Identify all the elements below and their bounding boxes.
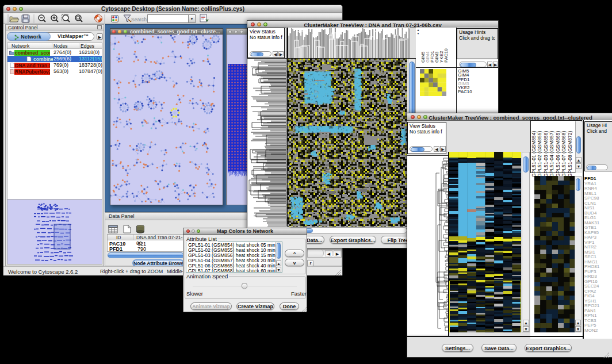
svg-text:Search:: Search: xyxy=(131,17,148,22)
